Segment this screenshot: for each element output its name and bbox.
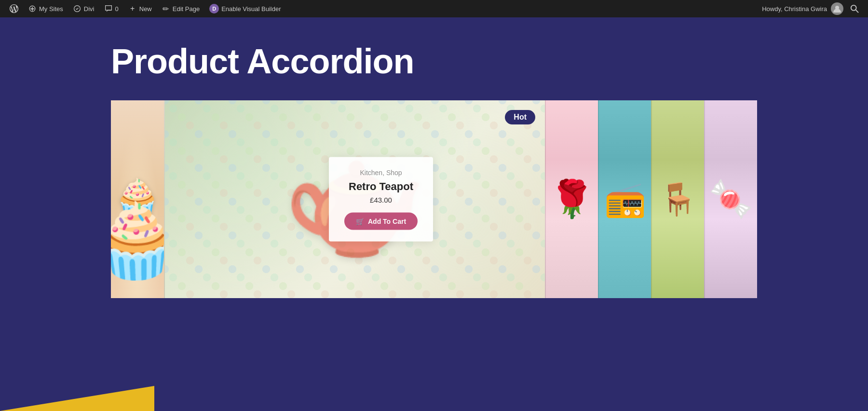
plus-icon: + — [128, 4, 137, 13]
user-greeting-text: Howdy, Christina Gwira — [762, 5, 827, 13]
product-info-card: Kitchen, Shop Retro Teapot £43.00 🛒 Add … — [329, 157, 433, 242]
svg-line-3 — [856, 10, 858, 13]
rose-icon: 🌹 — [549, 178, 595, 220]
hot-badge: Hot — [505, 110, 535, 124]
my-sites-menu[interactable]: My Sites — [23, 0, 68, 17]
panel-cupcake[interactable]: 🧁 — [111, 100, 164, 298]
radio-icon: 📻 — [604, 179, 646, 219]
panel-autumn[interactable]: 🪑 — [651, 100, 704, 298]
admin-bar: My Sites Divi 0 + New ✏ Edit Page D E — [0, 0, 868, 17]
my-sites-label: My Sites — [39, 5, 63, 13]
search-button[interactable] — [846, 0, 863, 17]
divi-badge-icon: D — [209, 4, 219, 14]
bottom-accent — [0, 386, 154, 411]
cart-icon: 🛒 — [356, 218, 364, 225]
wordpress-icon — [10, 4, 18, 13]
add-to-cart-label: Add To Cart — [368, 218, 406, 225]
product-price: £43.00 — [344, 196, 418, 204]
page-content: Product Accordion 🧁 🫖 Hot Kitchen, Shop … — [0, 17, 868, 411]
cupcake-icon: 🧁 — [113, 177, 162, 222]
page-title: Product Accordion — [0, 41, 868, 81]
new-menu[interactable]: + New — [123, 0, 157, 17]
user-avatar — [831, 2, 843, 15]
product-accordion: 🧁 🫖 Hot Kitchen, Shop Retro Teapot £43.0… — [111, 100, 757, 298]
new-label: New — [139, 5, 152, 13]
edit-page-menu[interactable]: ✏ Edit Page — [157, 0, 204, 17]
wordpress-logo[interactable] — [5, 0, 23, 17]
yellow-chevron-shape — [0, 386, 154, 411]
divi-menu[interactable]: Divi — [68, 0, 99, 17]
add-to-cart-button[interactable]: 🛒 Add To Cart — [344, 213, 418, 230]
comments-count: 0 — [115, 5, 119, 13]
edit-page-label: Edit Page — [173, 5, 200, 13]
panel-radio[interactable]: 📻 — [598, 100, 651, 298]
comments-icon — [104, 4, 113, 13]
admin-bar-right: Howdy, Christina Gwira — [762, 0, 863, 17]
divi-label: Divi — [84, 5, 95, 13]
product-category: Kitchen, Shop — [344, 169, 418, 177]
autumn-icon: 🪑 — [659, 181, 698, 218]
macaron-icon: 🍬 — [708, 178, 754, 220]
panel-teapot-main[interactable]: 🫖 Hot Kitchen, Shop Retro Teapot £43.00 … — [164, 100, 545, 298]
edit-icon: ✏ — [162, 4, 170, 13]
comments-menu[interactable]: 0 — [99, 0, 123, 17]
svg-point-2 — [851, 5, 856, 11]
user-greeting[interactable]: Howdy, Christina Gwira — [762, 2, 843, 15]
enable-visual-builder-menu[interactable]: D Enable Visual Builder — [204, 0, 285, 17]
product-name: Retro Teapot — [344, 180, 418, 193]
panel-macaron[interactable]: 🍬 — [704, 100, 757, 298]
divi-icon — [73, 4, 81, 13]
panel-rose[interactable]: 🌹 — [545, 100, 598, 298]
visual-builder-label: Enable Visual Builder — [221, 5, 281, 13]
my-sites-icon — [28, 4, 37, 13]
